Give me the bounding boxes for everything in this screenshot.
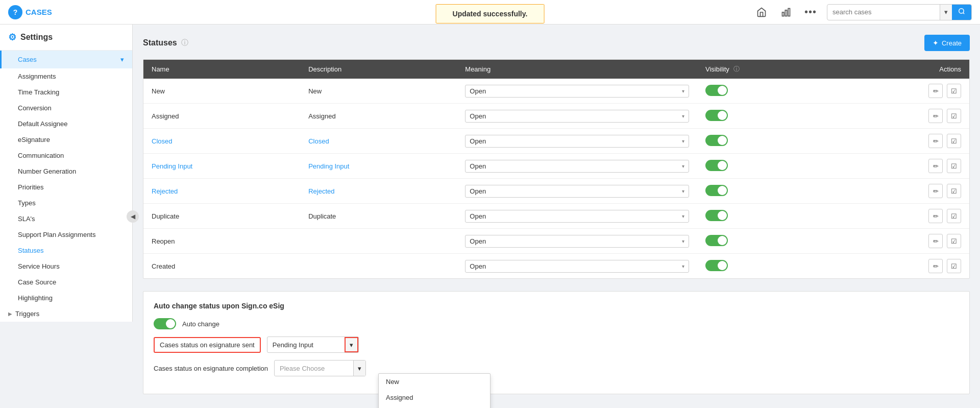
sent-status-row: Cases status on esignature sent Pending … [154,337,959,353]
delete-button[interactable]: ☑ [947,109,961,123]
sidebar-item-types[interactable]: Types [0,195,132,211]
row-name-link[interactable]: Rejected [152,187,178,195]
row-desc-link[interactable]: Rejected [308,187,334,195]
row-name: Rejected [143,179,300,204]
delete-button[interactable]: ☑ [947,159,961,173]
meaning-select[interactable]: Open ▾ [465,235,689,248]
page-title: Statuses [143,38,177,47]
row-description [300,254,457,279]
edit-button[interactable]: ✏ [928,84,943,98]
sidebar-item-priorities[interactable]: Priorities [0,179,132,195]
meaning-value: Open [470,187,486,195]
row-name: Assigned [143,104,300,129]
sent-status-select[interactable]: Pending Input ▾ [267,337,359,353]
visibility-toggle[interactable] [705,160,728,171]
edit-button[interactable]: ✏ [928,209,943,223]
sidebar-item-triggers[interactable]: ▶ Triggers [0,306,132,322]
sidebar-item-time-tracking[interactable]: Time Tracking [0,84,132,100]
row-meaning: Open ▾ [457,179,697,204]
sidebar-item-default-assignee[interactable]: Default Assignee [0,116,132,132]
meaning-select[interactable]: Open ▾ [465,110,689,123]
sidebar-item-highlighting[interactable]: Highlighting [0,290,132,306]
visibility-toggle[interactable] [705,85,728,96]
edit-button[interactable]: ✏ [928,134,943,148]
sidebar-wrapper: ⚙ Settings Cases ▾ Assignments Time Trac… [0,25,133,408]
edit-button[interactable]: ✏ [928,234,943,248]
row-meaning: Open ▾ [457,129,697,154]
delete-button[interactable]: ☑ [947,209,961,223]
meaning-arrow: ▾ [682,213,684,219]
row-visibility [697,179,835,204]
row-visibility [697,204,835,229]
delete-button[interactable]: ☑ [947,134,961,148]
search-input[interactable] [827,8,940,16]
sidebar-item-service-hours[interactable]: Service Hours [0,258,132,274]
delete-button[interactable]: ☑ [947,259,961,273]
visibility-toggle[interactable] [705,210,728,221]
edit-button[interactable]: ✏ [928,184,943,198]
sidebar-item-support-plan-assignments[interactable]: Support Plan Assignments [0,227,132,243]
search-go-button[interactable] [952,5,971,20]
meaning-select[interactable]: Open ▾ [465,260,689,273]
sent-status-dropdown-arrow[interactable]: ▾ [345,337,358,352]
dropdown-item-new[interactable]: New [379,374,490,390]
sidebar-item-communication[interactable]: Communication [0,148,132,163]
sidebar-item-slas[interactable]: SLA's [0,211,132,227]
visibility-toggle[interactable] [705,110,728,121]
sidebar-item-statuses[interactable]: Statuses [0,243,132,258]
table-row: NewNew Open ▾ ✏ ☑ [143,79,969,104]
search-dropdown-button[interactable]: ▾ [940,5,952,20]
completion-status-placeholder: Please Choose [275,365,353,372]
completion-status-select[interactable]: Please Choose ▾ [274,360,366,376]
sidebar-item-case-source[interactable]: Case Source [0,274,132,290]
sidebar-cases-arrow: ▾ [120,56,124,63]
sidebar-subitems: Assignments Time Tracking Conversion Def… [0,68,132,306]
statuses-table-container: Name Description Meaning Visibility ⓘ Ac… [143,59,970,279]
delete-button[interactable]: ☑ [947,84,961,98]
delete-button[interactable]: ☑ [947,234,961,248]
meaning-select[interactable]: Open ▾ [465,135,689,148]
meaning-select[interactable]: Open ▾ [465,185,689,198]
sidebar-item-esignature[interactable]: eSignature [0,132,132,148]
visibility-toggle[interactable] [705,235,728,246]
dropdown-item-closed[interactable]: Closed [379,405,490,408]
sidebar-item-conversion[interactable]: Conversion [0,100,132,116]
edit-button[interactable]: ✏ [928,159,943,173]
row-name-link[interactable]: Pending Input [152,162,192,170]
chart-icon[interactable] [778,4,794,20]
completion-status-dropdown-arrow[interactable]: ▾ [353,361,365,376]
visibility-toggle[interactable] [705,260,728,271]
auto-change-toggle[interactable] [154,318,176,329]
sidebar-item-cases[interactable]: Cases ▾ [0,51,132,68]
create-button[interactable]: ✦ Create [924,35,970,51]
more-icon[interactable]: ••• [802,4,819,20]
home-icon[interactable] [753,4,770,20]
sidebar-item-number-generation[interactable]: Number Generation [0,163,132,179]
meaning-select[interactable]: Open ▾ [465,160,689,173]
edit-button[interactable]: ✏ [928,259,943,273]
visibility-toggle[interactable] [705,185,728,196]
row-name-link[interactable]: Closed [152,137,172,145]
svg-rect-2 [788,8,790,16]
meaning-value: Open [470,162,486,170]
delete-button[interactable]: ☑ [947,184,961,198]
table-row: DuplicateDuplicate Open ▾ ✏ ☑ [143,204,969,229]
visibility-info-icon[interactable]: ⓘ [733,65,740,74]
edit-button[interactable]: ✏ [928,109,943,123]
meaning-select[interactable]: Open ▾ [465,210,689,223]
visibility-toggle[interactable] [705,135,728,146]
meaning-value: Open [470,212,486,220]
table-row: Pending InputPending Input Open ▾ ✏ ☑ [143,154,969,179]
row-name: New [143,79,300,104]
sidebar-item-assignments[interactable]: Assignments [0,68,132,84]
page-info-icon[interactable]: ⓘ [181,38,188,47]
sidebar-collapse-button[interactable]: ◀ [127,210,139,223]
row-desc-link[interactable]: Pending Input [308,162,349,170]
create-button-label: Create [942,39,962,47]
dropdown-item-assigned[interactable]: Assigned [379,390,490,405]
row-desc-link[interactable]: Closed [308,137,329,145]
logo-icon: ? [8,5,22,19]
meaning-select[interactable]: Open ▾ [465,85,689,98]
svg-line-4 [963,13,965,14]
logo[interactable]: ? CASES [8,5,52,19]
